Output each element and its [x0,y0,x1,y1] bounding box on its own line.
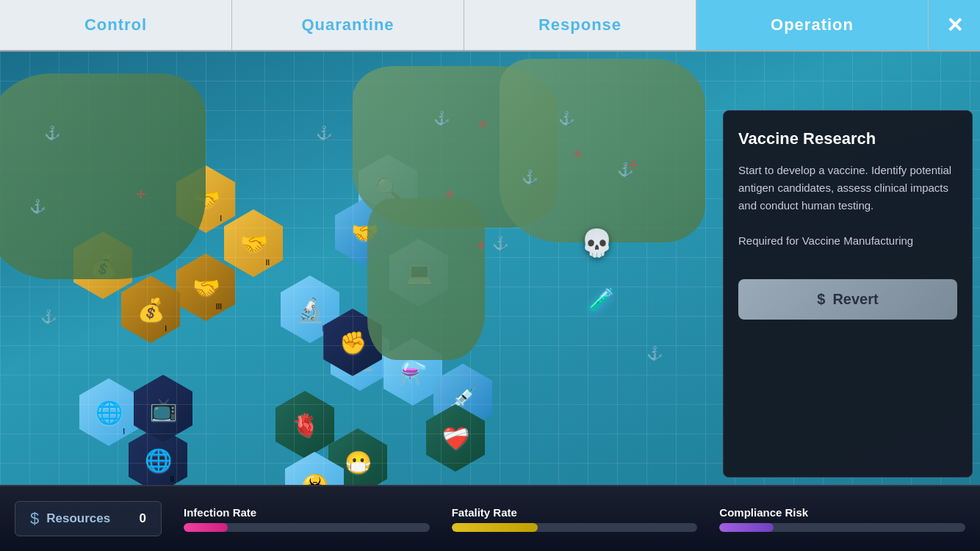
fatality-rate-group: Fatality Rate [452,506,698,532]
globe-icon-2: 🌐 [145,447,172,473]
cross-icon-6: ✛ [478,118,488,132]
heart-organ-icon: 🫀 [292,412,319,438]
hex-tv[interactable]: 📺 [134,375,192,442]
dollar-icon-2: 💰 [137,297,165,323]
tab-response[interactable]: Response [464,0,696,50]
hex-label-1: I [220,215,222,223]
anchor-icon-2: ⚓ [29,198,46,215]
fatality-rate-bar-bg [452,523,698,532]
cross-icon-1: ✛ [136,187,145,201]
mask-icon: 😷 [345,450,372,475]
cross-icon-2: ✛ [444,187,454,201]
revert-dollar-icon: $ [817,291,825,308]
flask-icon: ⚗️ [400,359,427,385]
anchor-icon-5: ⚓ [433,110,450,126]
tab-bar: Control Quarantine Response Operation ✕ [0,0,980,51]
anchor-icon-1: ⚓ [44,125,60,141]
handshake-icon-2: 🤝 [240,231,267,256]
vaccine-marker: 🧪 [588,287,615,312]
anchor-icon-6: ⚓ [558,110,574,126]
hex-label-micro1: II [322,325,326,333]
landmass-africa [367,198,485,360]
skull-marker: 💀 [580,228,613,259]
map-area: ⚓ ⚓ ⚓ ⚓ ⚓ ⚓ ⚓ ⚓ ⚓ ⚓ ✛ ✛ ✛ ✛ ✛ ✛ 💀 🧪 🤝 I … [0,51,980,500]
bottom-bar: $ Resources 0 Infection Rate Fatality Ra… [0,485,980,551]
info-description: Start to develop a vaccine. Identify pot… [738,162,957,250]
hex-globe-2[interactable]: 🌐 II [129,426,187,494]
tab-operation[interactable]: Operation [696,0,929,50]
infection-rate-label: Infection Rate [184,506,430,519]
infection-rate-group: Infection Rate [184,506,430,532]
cross-icon-5: ✛ [628,158,638,172]
revert-button[interactable]: $ Revert [738,279,957,320]
hex-handshake-2[interactable]: 🤝 II [224,209,283,277]
hex-microscope-1[interactable]: 🔬 II [281,276,339,343]
fatality-rate-label: Fatality Rate [452,506,698,519]
hex-handshake-3[interactable]: 🤝 III [176,253,235,321]
microscope-icon-2: 🔬 [347,345,374,370]
compliance-risk-bar-fill [719,523,774,532]
fist-icon: ✊ [339,330,367,356]
handshake-icon-3: 🤝 [192,275,220,300]
infection-rate-bar-bg [184,523,430,532]
anchor-icon-9: ⚓ [646,345,663,361]
microscope-icon-1: 🔬 [297,297,324,323]
cross-icon-4: ✛ [573,147,583,161]
resources-label: Resources [46,511,110,526]
hex-label-globe1: I [123,428,125,436]
close-button[interactable]: ✕ [929,0,980,50]
hex-label-3: III [216,303,222,311]
tv-icon: 📺 [150,396,177,422]
infection-rate-bar-fill [184,523,228,532]
globe-icon-1: 🌐 [96,400,123,425]
landmass-north-america [0,73,206,279]
tab-quarantine[interactable]: Quarantine [232,0,464,50]
anchor-icon-8: ⚓ [492,235,508,251]
fatality-rate-bar-fill [452,523,538,532]
vaccine-icon: 🧪 [588,287,615,311]
compliance-risk-bar-bg [719,523,965,532]
hex-heart-organ[interactable]: 🫀 [275,391,334,458]
info-panel: Vaccine Research Start to develop a vacc… [723,110,973,478]
hex-label-2: II [265,259,270,267]
hex-syringe[interactable]: 💉 [433,364,492,431]
compliance-risk-label: Compliance Risk [719,506,965,519]
skull-icon: 💀 [580,228,613,258]
resources-box: $ Resources 0 [15,501,162,536]
hex-globe-1[interactable]: 🌐 I [79,378,138,446]
anchor-icon-4: ⚓ [316,125,332,141]
hex-heart-syringe[interactable]: ❤️‍🩹 [426,404,485,472]
syringe-icon: 💉 [450,385,477,411]
hex-label-globe2: II [170,475,174,483]
compliance-risk-group: Compliance Risk [719,506,965,532]
dollar-sign-icon: $ [30,509,39,528]
hex-label-dollar: I [165,325,167,333]
cross-icon-3: ✛ [476,239,486,253]
heart-syringe-icon: ❤️‍🩹 [442,425,469,451]
tab-control[interactable]: Control [0,0,232,50]
anchor-icon-3: ⚓ [40,309,57,325]
resources-value: 0 [140,511,146,526]
anchor-icon-7: ⚓ [522,169,538,185]
landmass-asia [500,59,705,242]
revert-label: Revert [832,291,878,308]
hex-dollar-2[interactable]: 💰 I [121,276,180,343]
info-title: Vaccine Research [738,129,957,148]
